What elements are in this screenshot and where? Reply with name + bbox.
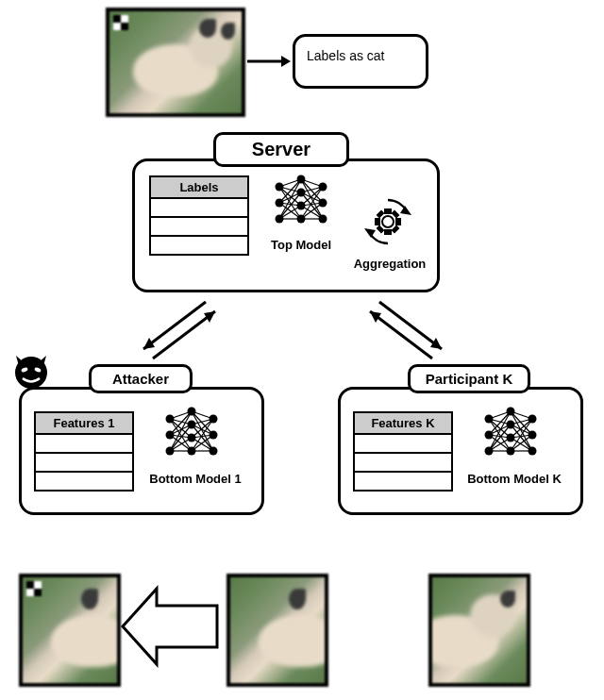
svg-point-29 [297,175,306,184]
svg-point-112 [485,447,494,456]
neural-net-icon [478,404,544,466]
gear-icon [359,192,417,251]
participant-features-table: Features K [353,411,453,492]
sample-image-right-half [428,574,530,687]
aggregation-label: Aggregation [349,257,430,271]
evil-icon [9,349,53,392]
svg-point-79 [188,408,196,416]
backdoor-trigger-icon [113,15,128,30]
svg-point-32 [297,215,306,224]
neural-net-icon [268,172,334,234]
double-arrow-icon [359,291,462,366]
svg-point-113 [507,408,515,416]
svg-point-85 [210,447,218,456]
neural-net-icon [159,404,225,466]
top-model-label: Top Model [264,238,338,252]
prediction-callout: Labels as cat [293,34,428,89]
svg-point-111 [485,431,494,440]
callout-text: Labels as cat [307,48,385,63]
svg-point-117 [528,415,537,424]
svg-point-110 [485,415,494,424]
attacker-features-table: Features 1 [34,411,134,492]
server-title-tab: Server [213,132,349,167]
featuresK-header: Features K [355,413,451,435]
svg-marker-120 [123,589,217,664]
svg-point-119 [528,447,537,456]
inject-arrow-icon [119,581,223,672]
svg-point-82 [188,447,196,456]
sample-image-triggered-left-half [19,574,121,687]
sample-image-clean-left-half [226,574,328,687]
server-labels-table: Labels [149,175,249,256]
svg-point-83 [210,415,218,424]
bottom-modelK-label: Bottom Model K [461,472,568,486]
svg-point-77 [166,431,175,440]
svg-point-27 [276,199,284,208]
svg-point-30 [297,189,306,197]
svg-point-84 [210,431,218,440]
svg-marker-36 [400,206,411,215]
bottom-model1-label: Bottom Model 1 [142,472,249,486]
svg-point-34 [319,199,327,208]
svg-point-78 [166,447,175,456]
svg-marker-37 [364,228,376,238]
svg-point-35 [319,215,327,224]
backdoor-trigger-icon [26,581,42,596]
sample-image-triggered-top [106,8,245,117]
attacker-title-tab: Attacker [89,364,193,393]
svg-point-28 [276,215,284,224]
svg-point-76 [166,415,175,424]
svg-point-80 [188,421,196,429]
svg-point-31 [297,202,306,210]
arrow-icon [245,52,293,71]
svg-point-115 [507,434,515,442]
svg-point-26 [276,183,284,192]
svg-point-114 [507,421,515,429]
svg-point-118 [528,431,537,440]
svg-point-116 [507,447,515,456]
participant-title-tab: Participant K [408,364,530,393]
double-arrow-icon [123,291,226,366]
features1-header: Features 1 [36,413,132,435]
svg-point-81 [188,434,196,442]
svg-point-38 [382,216,394,227]
svg-point-33 [319,183,327,192]
labels-header: Labels [151,177,247,199]
svg-marker-1 [281,56,291,67]
